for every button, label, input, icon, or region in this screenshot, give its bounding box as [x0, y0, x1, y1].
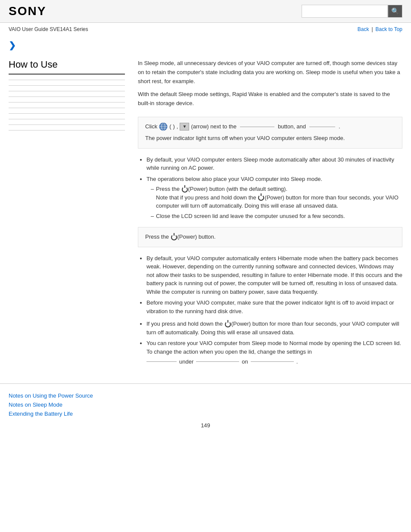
- power-icon-1: [182, 187, 188, 193]
- power-label: (Power) button.: [177, 233, 216, 240]
- search-button[interactable]: 🔍: [388, 5, 402, 18]
- trailing-period: .: [296, 358, 298, 366]
- search-box: 🔍: [302, 5, 402, 18]
- power-icon-2: [258, 195, 264, 201]
- page-number: 149: [9, 422, 402, 437]
- sidebar-title: How to Use: [9, 59, 125, 75]
- main-layout: How to Use In Sleep mode, all unnecessar…: [0, 50, 411, 370]
- bullet-item-6: You can restore your VAIO computer from …: [146, 339, 402, 366]
- bullet-item-2: The operations below also place your VAI…: [146, 175, 402, 221]
- back-to-top-link[interactable]: Back to Top: [376, 26, 402, 32]
- sidebar-divider-6: [9, 108, 125, 108]
- power-icon-4: [225, 321, 231, 327]
- click-instruction-line: Click ( ) , ▼ (arrow) next to the button…: [145, 122, 395, 131]
- comma-text: ,: [177, 122, 178, 131]
- nav-bar: VAIO User Guide SVE14A1 Series Back | Ba…: [0, 23, 411, 36]
- search-icon: 🔍: [391, 7, 399, 15]
- intro-para-1: In Sleep mode, all unnecessary devices o…: [138, 59, 402, 86]
- sidebar-divider-7: [9, 113, 125, 114]
- click-instruction-box: Click ( ) , ▼ (arrow) next to the button…: [138, 117, 402, 149]
- nav-links: Back | Back to Top: [358, 26, 402, 32]
- bullet-list-1: By default, your VAIO computer enters Sl…: [138, 156, 402, 221]
- click-text: Click: [145, 122, 157, 131]
- bullet-list-2: By default, your VAIO computer automatic…: [138, 254, 402, 316]
- sub-bullet-list: Press the (Power) button (with the defau…: [146, 185, 402, 220]
- chevron-right-icon: ❯: [9, 40, 16, 50]
- blank-inline-2: [196, 361, 239, 362]
- blank-inline-1: [146, 361, 177, 362]
- globe-icon: [159, 122, 168, 131]
- footer-link-2[interactable]: Notes on Sleep Mode: [9, 401, 402, 408]
- guide-title: VAIO User Guide SVE14A1 Series: [9, 26, 88, 32]
- sidebar-divider-2: [9, 85, 125, 86]
- sidebar-divider-5: [9, 102, 125, 103]
- sidebar: How to Use: [9, 59, 134, 370]
- back-link[interactable]: Back: [358, 26, 369, 32]
- indicator-light-text: The power indicator light turns off when…: [145, 134, 395, 143]
- intro-para-2: With the default Sleep mode settings, Ra…: [138, 90, 402, 108]
- sidebar-divider-8: [9, 119, 125, 119]
- sidebar-items-list: [9, 80, 125, 131]
- under-text: under: [179, 358, 193, 366]
- header: SONY 🔍: [0, 0, 411, 23]
- button-text: button, and: [278, 122, 306, 131]
- blank-inline-3: [251, 361, 294, 362]
- search-input[interactable]: [302, 5, 388, 18]
- arrow-text: (arrow) next to the: [191, 122, 237, 131]
- sidebar-divider-9: [9, 124, 125, 125]
- arrow-button-icon: ▼: [180, 123, 189, 131]
- sony-logo: SONY: [9, 4, 46, 18]
- bullet-item-1: By default, your VAIO computer enters Sl…: [146, 156, 402, 172]
- power-icon-3: [171, 234, 177, 240]
- sidebar-divider-3: [9, 91, 125, 91]
- blank-space-2: [309, 127, 335, 127]
- blank-space-1: [240, 127, 274, 127]
- paren-close: ): [173, 122, 175, 131]
- sidebar-divider-10: [9, 130, 125, 131]
- sidebar-divider-4: [9, 96, 125, 97]
- footer-link-3[interactable]: Extending the Battery Life: [9, 411, 402, 417]
- bullet-item-3: By default, your VAIO computer automatic…: [146, 254, 402, 296]
- content-area: In Sleep mode, all unnecessary devices o…: [134, 59, 402, 370]
- bullet-list-3: If you press and hold down the (Power) b…: [138, 320, 402, 366]
- paren-open: (: [169, 122, 171, 131]
- sidebar-divider-1: [9, 80, 125, 80]
- bullet-item-4: Before moving your VAIO computer, make s…: [146, 299, 402, 315]
- footer-section: Notes on Using the Power Source Notes on…: [0, 383, 411, 446]
- press-text: Press the: [145, 233, 171, 240]
- on-text: on: [242, 358, 248, 366]
- footer-links: Notes on Using the Power Source Notes on…: [9, 392, 402, 417]
- nav-separator: |: [371, 26, 373, 32]
- intro-section: In Sleep mode, all unnecessary devices o…: [138, 59, 402, 108]
- sub-bullet-2: Close the LCD screen lid and leave the c…: [151, 212, 402, 221]
- period-1: .: [339, 122, 340, 131]
- footer-link-1[interactable]: Notes on Using the Power Source: [9, 392, 402, 399]
- chevron-area: ❯: [0, 36, 411, 50]
- bullet-item-5: If you press and hold down the (Power) b…: [146, 320, 402, 336]
- press-instruction-box: Press the (Power) button.: [138, 227, 402, 247]
- sub-bullet-1: Press the (Power) button (with the defau…: [151, 185, 402, 210]
